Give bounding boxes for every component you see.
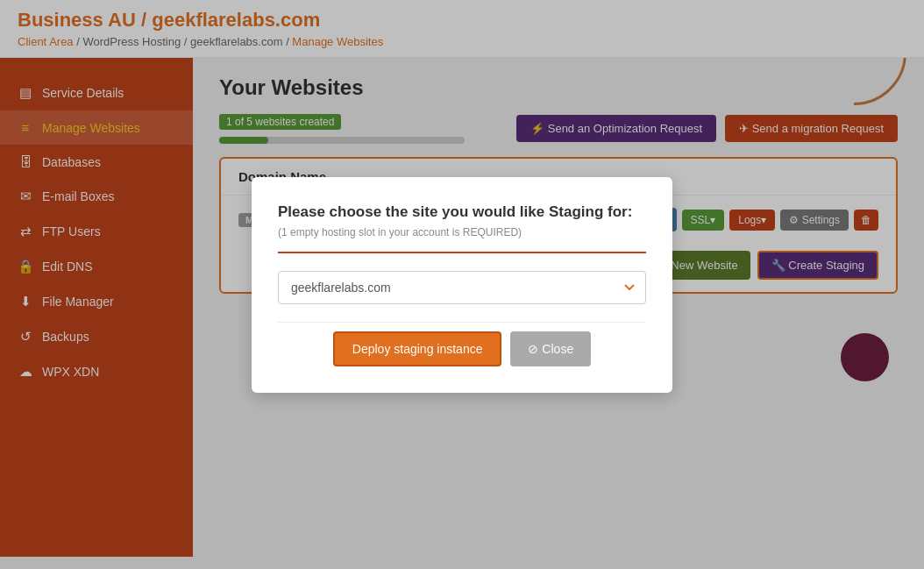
deploy-staging-button[interactable]: Deploy staging instance bbox=[333, 331, 502, 366]
modal-divider bbox=[278, 252, 646, 253]
modal-title: Please choose the site you would like St… bbox=[278, 203, 646, 221]
staging-modal: Please choose the site you would like St… bbox=[252, 177, 672, 393]
modal-subtitle: (1 empty hosting slot in your account is… bbox=[278, 226, 646, 238]
modal-overlay: Please choose the site you would like St… bbox=[0, 0, 924, 569]
site-select[interactable]: geekflarelabs.com bbox=[278, 271, 646, 304]
modal-actions: Deploy staging instance ⊘ Close bbox=[278, 322, 646, 366]
close-modal-button[interactable]: ⊘ Close bbox=[510, 331, 591, 366]
